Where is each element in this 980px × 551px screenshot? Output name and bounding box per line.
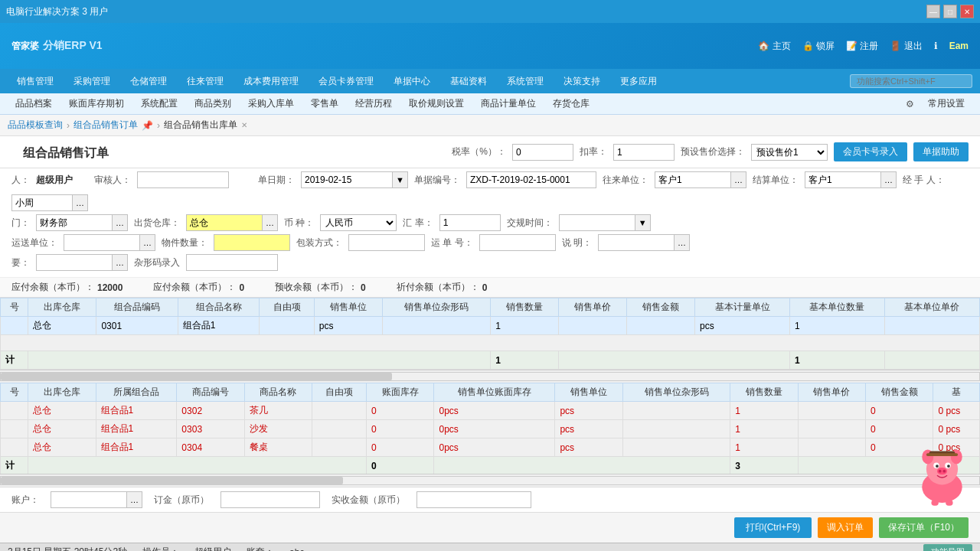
- account-input[interactable]: [51, 491, 127, 508]
- exchange-time-btn[interactable]: ▼: [635, 214, 651, 231]
- actual-input[interactable]: [416, 491, 531, 508]
- packing-input[interactable]: [348, 234, 425, 251]
- account-btn[interactable]: …: [127, 491, 142, 508]
- nav-purchase[interactable]: 采购管理: [64, 72, 119, 91]
- subnav-unit[interactable]: 商品计量单位: [473, 96, 544, 112]
- note-btn[interactable]: …: [675, 234, 690, 251]
- to-unit-btn[interactable]: …: [731, 171, 746, 188]
- main-nav: 销售管理 采购管理 仓储管理 往来管理 成本费用管理 会员卡券管理 单据中心 基…: [0, 69, 980, 93]
- currency-select[interactable]: 人民币: [320, 214, 397, 231]
- nav-cost[interactable]: 成本费用管理: [234, 72, 308, 91]
- th-amount: 销售金额: [627, 298, 695, 317]
- order-input[interactable]: [220, 491, 320, 508]
- tax-input[interactable]: [512, 144, 573, 161]
- th-warehouse: 出库仓库: [28, 298, 96, 317]
- dept-input[interactable]: [36, 214, 113, 231]
- prepay-label: 预收余额（本币）：: [275, 281, 358, 294]
- breadcrumb-pin-icon: 📌: [142, 120, 153, 131]
- top-table: 号 出库仓库 组合品编码 组合品名称 自由项 销售单位 销售单位杂形码 销售数量…: [0, 298, 980, 370]
- dept-btn[interactable]: …: [113, 214, 128, 231]
- parts-input[interactable]: [214, 234, 290, 251]
- th-no: 号: [1, 298, 28, 317]
- bcell-price: [798, 439, 865, 457]
- logo-version: 分销ERP V1: [43, 39, 103, 53]
- close-btn[interactable]: ✕: [960, 5, 974, 18]
- maximize-btn[interactable]: □: [943, 5, 957, 18]
- order-no-input[interactable]: [466, 171, 596, 188]
- logistics-input[interactable]: [64, 234, 140, 251]
- to-unit-input[interactable]: [655, 171, 731, 188]
- bottom-scrollbar[interactable]: [0, 476, 980, 485]
- subnav-config[interactable]: 系统配置: [133, 96, 185, 112]
- nav-member[interactable]: 会员卡券管理: [309, 72, 383, 91]
- top-scrollbar[interactable]: [0, 372, 980, 381]
- barcode-input[interactable]: [186, 254, 278, 271]
- shipment-input[interactable]: [479, 234, 556, 251]
- home-link[interactable]: 🏠 主页: [758, 40, 790, 53]
- manager-btn[interactable]: …: [73, 194, 88, 211]
- import-btn[interactable]: 调入订单: [818, 517, 873, 538]
- warehouse-btn[interactable]: …: [263, 214, 278, 231]
- logistics-btn[interactable]: …: [140, 234, 155, 251]
- nav-transactions[interactable]: 往来管理: [178, 72, 233, 91]
- reviewer-input[interactable]: [137, 171, 229, 188]
- logout-link[interactable]: 🚪 退出: [890, 40, 922, 53]
- subnav-purchase-in[interactable]: 采购入库单: [240, 96, 302, 112]
- account-status-value: abc: [289, 547, 304, 552]
- common-settings[interactable]: 常用设置: [920, 96, 972, 112]
- nav-documents[interactable]: 单据中心: [384, 72, 439, 91]
- receivable-value: 0: [239, 282, 244, 293]
- breadcrumb-template[interactable]: 品品模板查询: [8, 119, 63, 132]
- nav-basic[interactable]: 基础资料: [441, 72, 496, 91]
- settle-btn[interactable]: …: [881, 171, 897, 188]
- required-input[interactable]: [36, 254, 113, 271]
- nav-search[interactable]: [850, 74, 972, 88]
- cell-qty: 1: [491, 317, 559, 335]
- table-row[interactable]: 总仓 组合品1 0303 沙发 0 0pcs pcs 1 0 0 pcs: [1, 420, 980, 439]
- member-card-btn[interactable]: 会员卡号录入: [834, 142, 907, 161]
- subnav-archive[interactable]: 品品档案: [8, 96, 60, 112]
- person-label: 人：: [11, 174, 30, 187]
- bcell-code: 0302: [177, 402, 244, 420]
- subnav-stockinit[interactable]: 账面库存期初: [61, 96, 132, 112]
- subnav-inventory[interactable]: 存货仓库: [545, 96, 597, 112]
- dept-field: …: [36, 214, 128, 231]
- subnav-retail[interactable]: 零售单: [303, 96, 346, 112]
- breadcrumb-sales-order[interactable]: 组合品销售订单: [74, 119, 138, 132]
- subnav-history[interactable]: 经营历程: [348, 96, 400, 112]
- func-map-btn[interactable]: 功能导图: [923, 544, 972, 551]
- minimize-btn[interactable]: —: [926, 5, 940, 18]
- nav-more[interactable]: 更多应用: [611, 72, 666, 91]
- settle-input[interactable]: [805, 171, 881, 188]
- nav-system[interactable]: 系统管理: [498, 72, 553, 91]
- save-btn[interactable]: 保存订单（F10）: [879, 517, 969, 538]
- price-select[interactable]: 预设售价1: [751, 144, 828, 161]
- total-qty: 1: [491, 351, 559, 370]
- discount-input[interactable]: [613, 144, 675, 161]
- warehouse-input[interactable]: [186, 214, 263, 231]
- required-btn[interactable]: …: [113, 254, 128, 271]
- print-btn[interactable]: 打印(Ctrl+F9): [734, 517, 812, 538]
- note-input[interactable]: [598, 234, 675, 251]
- info-link[interactable]: ℹ: [934, 41, 938, 51]
- subnav-pricing[interactable]: 取价规则设置: [401, 96, 472, 112]
- cell-warehouse: 总仓: [28, 317, 96, 335]
- exchange-time-input[interactable]: [559, 214, 635, 231]
- breadcrumb-close[interactable]: ✕: [241, 121, 247, 129]
- help-btn[interactable]: 单据助助: [913, 142, 969, 161]
- manager-input[interactable]: [11, 194, 73, 211]
- lock-link[interactable]: 🔒 锁屏: [802, 40, 835, 53]
- table-row[interactable]: 总仓 组合品1 0302 茶几 0 0pcs pcs 1 0 0 pcs: [1, 402, 980, 420]
- subnav-category[interactable]: 商品类别: [187, 96, 239, 112]
- date-input[interactable]: [301, 171, 393, 188]
- table-row[interactable]: 总仓 组合品1 0304 餐桌 0 0pcs pcs 1 0 0 pcs: [1, 439, 980, 457]
- nav-sales[interactable]: 销售管理: [8, 72, 63, 91]
- nav-decision[interactable]: 决策支持: [554, 72, 609, 91]
- table-row[interactable]: [1, 335, 980, 351]
- table-row[interactable]: 总仓 0301 组合品1 pcs 1 pcs 1: [1, 317, 980, 335]
- exchange-input[interactable]: [439, 214, 501, 231]
- date-btn[interactable]: ▼: [393, 171, 408, 188]
- bcell-name: 餐桌: [244, 439, 312, 457]
- register-link[interactable]: 📝 注册: [846, 40, 878, 53]
- nav-warehouse[interactable]: 仓储管理: [121, 72, 176, 91]
